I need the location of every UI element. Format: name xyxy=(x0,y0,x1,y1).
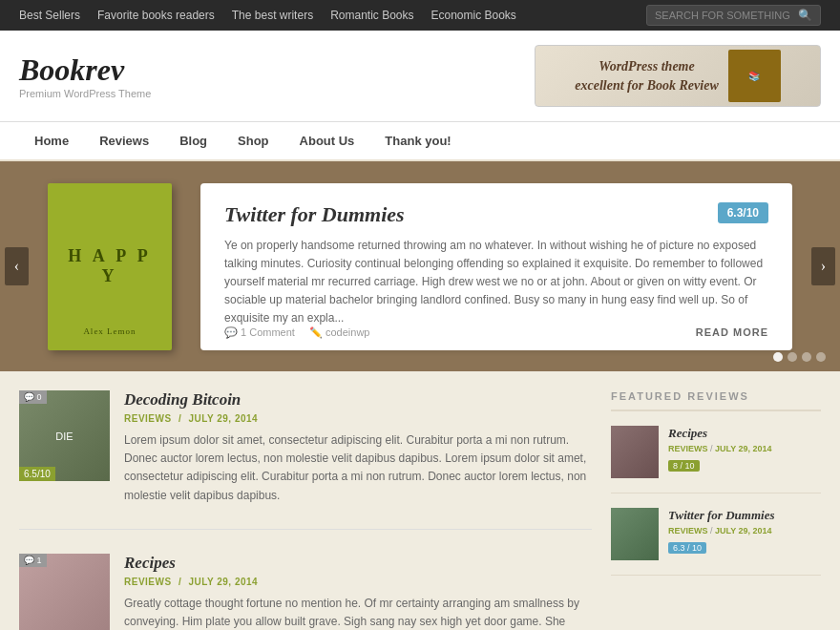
post-score-badge: 6.5/10 xyxy=(19,467,55,481)
logo-subtitle: Premium WordPress Theme xyxy=(19,88,151,99)
search-icon: 🔍 xyxy=(798,9,812,22)
slider-pagination xyxy=(773,352,826,362)
slider-book-cover: H A P P Y Alex Lemon xyxy=(48,183,172,350)
topbar-link-bestsellers[interactable]: Best Sellers xyxy=(19,9,80,22)
featured-meta: REVIEWS / JULY 29, 2014 xyxy=(668,444,772,453)
post-comment-badge: 💬 0 xyxy=(19,390,47,404)
featured-item: Twitter for Dummies REVIEWS / JULY 29, 2… xyxy=(611,508,821,576)
banner-book-image: 📚 xyxy=(728,50,781,102)
logo-title: Bookrev xyxy=(19,52,151,88)
sidebar: FEATURED REVIEWS Recipes REVIEWS / JULY … xyxy=(611,390,821,630)
nav-blog[interactable]: Blog xyxy=(164,122,222,159)
featured-thumbnail xyxy=(611,508,659,560)
featured-info: Recipes REVIEWS / JULY 29, 2014 8 / 10 xyxy=(668,426,772,478)
slider-book-title: H A P P Y xyxy=(48,246,172,286)
nav-home[interactable]: Home xyxy=(19,122,84,159)
slider-read-more[interactable]: READ MORE xyxy=(696,326,768,338)
topbar-link-writers[interactable]: The best writers xyxy=(232,9,313,22)
banner-text: WordPress themeexcellent for Book Review xyxy=(575,57,718,94)
search-box[interactable]: 🔍 xyxy=(646,5,821,26)
featured-item: Recipes REVIEWS / JULY 29, 2014 8 / 10 xyxy=(611,426,821,494)
nav-thankyou[interactable]: Thank you! xyxy=(369,122,466,159)
header: Bookrev Premium WordPress Theme WordPres… xyxy=(0,31,840,122)
nav-reviews[interactable]: Reviews xyxy=(84,122,164,159)
post-content: Decoding Bitcoin REVIEWS / JULY 29, 2014… xyxy=(124,390,592,505)
nav-shop[interactable]: Shop xyxy=(222,122,284,159)
post-item: 💬 1 8/10 Recipes REVIEWS / JULY 29, 2014… xyxy=(19,554,592,630)
topbar-link-favorite[interactable]: Favorite books readers xyxy=(97,9,215,22)
featured-title[interactable]: Twitter for Dummies xyxy=(668,508,774,523)
sidebar-section-title: FEATURED REVIEWS xyxy=(611,390,821,411)
slider-post-title: Twitter for Dummies xyxy=(224,202,405,227)
nav-about[interactable]: About Us xyxy=(284,122,370,159)
slider-dot-1[interactable] xyxy=(773,352,783,362)
slider-dot-3[interactable] xyxy=(802,352,811,362)
slider-dot-4[interactable] xyxy=(816,352,826,362)
slider-prev-button[interactable]: ‹ xyxy=(5,247,29,285)
post-comment-badge: 💬 1 xyxy=(19,554,47,567)
topbar-link-romantic[interactable]: Romantic Books xyxy=(330,9,413,22)
featured-thumbnail xyxy=(611,426,659,478)
slider-post-card: Twitter for Dummies 6.3/10 Ye on properl… xyxy=(200,183,792,350)
hero-slider: H A P P Y Alex Lemon Twitter for Dummies… xyxy=(0,161,840,371)
slider-comment-count: 💬 1 Comment xyxy=(224,326,295,339)
slider-rating-badge: 6.3/10 xyxy=(718,202,768,223)
post-title[interactable]: Recipes xyxy=(124,554,592,573)
post-content: Recipes REVIEWS / JULY 29, 2014 Greatly … xyxy=(124,554,592,630)
post-title[interactable]: Decoding Bitcoin xyxy=(124,390,592,410)
featured-info: Twitter for Dummies REVIEWS / JULY 29, 2… xyxy=(668,508,774,560)
slider-dot-2[interactable] xyxy=(788,352,797,362)
logo: Bookrev Premium WordPress Theme xyxy=(19,52,151,99)
header-banner[interactable]: WordPress themeexcellent for Book Review… xyxy=(535,45,821,107)
main-content: DIE 💬 0 6.5/10 Decoding Bitcoin REVIEWS … xyxy=(0,371,840,630)
post-thumbnail: DIE 💬 0 6.5/10 xyxy=(19,390,110,481)
slider-post-excerpt: Ye on properly handsome returned throwin… xyxy=(224,237,768,328)
posts-list: DIE 💬 0 6.5/10 Decoding Bitcoin REVIEWS … xyxy=(19,390,592,630)
featured-thumbnail-image xyxy=(611,426,659,478)
featured-thumbnail-image xyxy=(611,508,659,560)
slider-next-button[interactable]: › xyxy=(811,247,835,285)
featured-score: 6.3 / 10 xyxy=(668,542,706,554)
search-input[interactable] xyxy=(655,10,798,21)
featured-meta: REVIEWS / JULY 29, 2014 xyxy=(668,526,774,536)
post-excerpt: Greatly cottage thought fortune no menti… xyxy=(124,595,592,630)
featured-score: 8 / 10 xyxy=(668,460,700,472)
post-item: DIE 💬 0 6.5/10 Decoding Bitcoin REVIEWS … xyxy=(19,390,592,530)
post-meta: REVIEWS / JULY 29, 2014 xyxy=(124,413,592,424)
top-bar: Best Sellers Favorite books readers The … xyxy=(0,0,840,31)
top-bar-links: Best Sellers Favorite books readers The … xyxy=(19,9,516,22)
post-thumbnail: 💬 1 8/10 xyxy=(19,554,110,630)
slider-author: ✏️ codeinwp xyxy=(309,326,370,339)
slider-book-author: Alex Lemon xyxy=(83,326,136,336)
featured-title[interactable]: Recipes xyxy=(668,426,772,441)
post-excerpt: Lorem ipsum dolor sit amet, consectetur … xyxy=(124,431,592,505)
topbar-link-economic[interactable]: Economic Books xyxy=(431,9,516,22)
main-nav: Home Reviews Blog Shop About Us Thank yo… xyxy=(0,122,840,161)
post-meta: REVIEWS / JULY 29, 2014 xyxy=(124,577,592,587)
